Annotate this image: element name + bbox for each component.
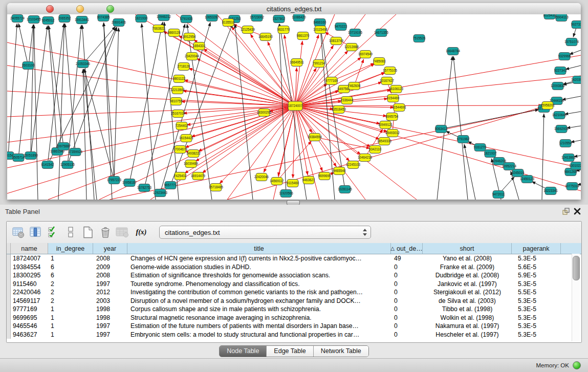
graph-node[interactable]: 8135510 <box>222 19 235 27</box>
graph-node[interactable]: 16782753 <box>137 184 152 192</box>
graph-node[interactable]: 9810755 <box>170 98 183 105</box>
graph-node[interactable]: 2336444 <box>341 97 354 104</box>
close-window-button[interactable] <box>46 5 54 13</box>
graph-node[interactable]: 7485083 <box>373 58 386 65</box>
graph-node[interactable]: 1527802 <box>273 15 286 23</box>
graph-node[interactable]: 12093832 <box>551 82 565 90</box>
graph-node[interactable]: 8912954 <box>183 33 196 41</box>
table-row[interactable]: 946554611997Estimation of the future num… <box>7 322 581 331</box>
graph-node[interactable]: 15751074 <box>564 38 579 46</box>
table-row[interactable]: 1938455462009Genome-wide association stu… <box>7 263 581 272</box>
table-row[interactable]: 969969511998Structural magnetic resonanc… <box>7 314 581 322</box>
graph-node[interactable]: 10115498 <box>313 26 328 34</box>
graph-node[interactable]: 16648784 <box>446 48 461 55</box>
graph-node[interactable]: 11920566 <box>279 190 293 198</box>
graph-node[interactable]: 17957223 <box>107 177 122 184</box>
graph-node[interactable]: 9801122 <box>173 75 186 83</box>
graph-node[interactable]: 9699695 <box>318 172 331 180</box>
table-row[interactable]: 1456911722003Disruption of a novel membe… <box>7 297 581 305</box>
graph-node[interactable]: 10813749 <box>329 37 344 45</box>
graph-node[interactable]: 9860128 <box>168 29 181 37</box>
graph-node[interactable]: 1210554 <box>559 140 572 147</box>
graph-node[interactable]: 7663822 <box>153 25 165 33</box>
float-panel-icon[interactable] <box>560 206 572 216</box>
graph-node[interactable]: 12923443 <box>153 189 168 197</box>
graph-node[interactable]: 7991234 <box>313 60 325 68</box>
graph-node[interactable]: 2603100 <box>22 62 35 70</box>
graph-node[interactable]: 13518453 <box>332 106 346 114</box>
column-header-pagerank[interactable]: pagerank <box>512 243 561 254</box>
graph-node[interactable]: 10167427 <box>380 77 395 85</box>
table-source-dropdown[interactable]: citations_edges.txt <box>159 226 371 239</box>
graph-node[interactable]: 10653287 <box>205 14 220 21</box>
graph-node[interactable]: 10775314 <box>565 183 580 190</box>
table-row[interactable]: 946362711997Embryonic stem cells: a mode… <box>7 331 581 339</box>
graph-node[interactable]: 20691406 <box>112 19 126 27</box>
graph-node[interactable]: 8063412 <box>435 125 448 133</box>
graph-node[interactable]: 10719195 <box>348 29 363 37</box>
graph-node[interactable]: 9927310 <box>571 21 581 29</box>
function-builder-icon[interactable]: f(x) <box>133 225 150 240</box>
graph-node[interactable]: 10949121 <box>378 121 393 129</box>
graph-node[interactable]: 12905135 <box>60 161 75 169</box>
new-column-icon[interactable] <box>80 225 96 240</box>
graph-node[interactable]: 15692931 <box>554 125 569 133</box>
graph-node[interactable]: 16914479 <box>191 172 206 180</box>
graph-node[interactable]: 9115460 <box>287 180 299 187</box>
graph-node[interactable]: 17359924 <box>68 148 83 156</box>
column-header-short[interactable]: short <box>423 243 512 254</box>
graph-node[interactable]: 2065352 <box>58 15 71 23</box>
network-canvas[interactable]: 2405572412103455924501220653521591344180… <box>7 14 581 200</box>
graph-node[interactable]: 14569117 <box>270 178 284 185</box>
graph-node[interactable]: 15051890 <box>24 152 38 160</box>
graph-node[interactable]: 7462606 <box>348 82 361 90</box>
graph-node[interactable]: 6141542 <box>41 161 54 169</box>
graph-node[interactable]: 12103455 <box>27 16 41 24</box>
delete-table-icon[interactable] <box>115 225 130 240</box>
graph-node[interactable]: 9342110 <box>369 146 382 154</box>
graph-node[interactable]: 18549333 <box>377 138 392 145</box>
minimize-window-button[interactable] <box>76 5 84 13</box>
graph-node[interactable]: 7425402 <box>174 172 187 180</box>
graph-node[interactable]: 16974549 <box>358 51 373 58</box>
column-header-name[interactable]: name <box>11 243 48 254</box>
graph-node[interactable]: 12213988 <box>344 43 359 51</box>
graph-node[interactable]: 11544691 <box>392 104 406 112</box>
graph-node[interactable]: 6791935 <box>180 15 193 23</box>
graph-node[interactable]: 13010224 <box>569 162 581 170</box>
table-row[interactable]: 1872400712008Changes of HCN gene express… <box>7 254 581 263</box>
graph-node[interactable]: 8125431 <box>543 14 556 19</box>
graph-node[interactable]: 10946212 <box>157 14 171 21</box>
graph-node[interactable]: 15913441 <box>75 16 90 24</box>
graph-node[interactable]: 9472011 <box>492 191 505 199</box>
graph-node[interactable]: 12245103 <box>346 161 361 169</box>
graph-node[interactable]: 2718126 <box>178 63 190 71</box>
column-header-in_degree[interactable]: in_degree <box>48 243 93 254</box>
graph-node[interactable]: 19384554 <box>308 134 322 141</box>
graph-node[interactable]: 6791982 <box>457 136 470 143</box>
graph-node[interactable]: 12213500 <box>170 86 185 94</box>
stack-view-icon[interactable] <box>63 225 78 240</box>
column-header-year[interactable]: year <box>93 243 127 254</box>
graph-node[interactable]: 12125439 <box>241 26 255 34</box>
graph-node[interactable]: 18300295 <box>257 109 272 117</box>
graph-node[interactable]: 21053346 <box>76 60 91 68</box>
graph-node[interactable]: 11086420 <box>292 14 306 21</box>
graph-node[interactable]: 22420046 <box>254 173 269 181</box>
table-row[interactable]: 977716911998Corpus callosum shape and si… <box>7 305 581 314</box>
scrollbar-thumb[interactable] <box>573 256 580 280</box>
vertical-scrollbar[interactable] <box>572 254 580 341</box>
graph-node[interactable]: 15493012 <box>385 129 400 137</box>
graph-node[interactable]: 15775105 <box>383 67 398 75</box>
graph-node[interactable]: 9161270 <box>474 144 487 151</box>
tab-node-table[interactable]: Node Table <box>220 346 266 357</box>
column-visibility-icon[interactable] <box>28 225 43 240</box>
table-row[interactable]: 911546021997Tourette syndrome. Phenomeno… <box>7 280 581 289</box>
graph-node[interactable]: 10975887 <box>56 143 71 150</box>
table-row[interactable]: 1830029562008Estimation of significance … <box>7 271 581 280</box>
graph-node[interactable]: 9631770 <box>277 26 290 34</box>
graph-node[interactable]: 1821937 <box>484 150 497 158</box>
graph-node[interactable]: 7515526 <box>413 35 426 42</box>
graph-node[interactable]: 9861370 <box>297 32 310 40</box>
graph-node[interactable]: 9245012 <box>42 17 55 25</box>
